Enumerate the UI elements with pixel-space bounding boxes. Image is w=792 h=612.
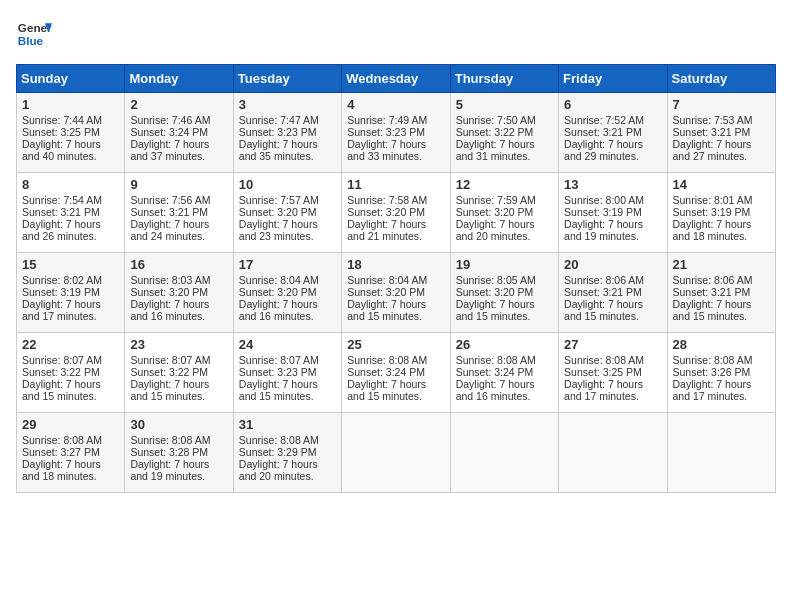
sunrise: Sunrise: 8:07 AM [239,354,319,366]
day-number: 22 [22,337,119,352]
day-number: 28 [673,337,770,352]
sunset: Sunset: 3:22 PM [130,366,208,378]
sunset: Sunset: 3:23 PM [239,366,317,378]
sunset: Sunset: 3:21 PM [564,126,642,138]
sunset: Sunset: 3:19 PM [564,206,642,218]
sunset: Sunset: 3:21 PM [130,206,208,218]
sunset: Sunset: 3:20 PM [239,286,317,298]
daylight: Daylight: 7 hours and 26 minutes. [22,218,101,242]
calendar-cell: 31Sunrise: 8:08 AMSunset: 3:29 PMDayligh… [233,413,341,493]
header: General Blue [16,16,776,52]
calendar-cell: 11Sunrise: 7:58 AMSunset: 3:20 PMDayligh… [342,173,450,253]
day-number: 10 [239,177,336,192]
sunset: Sunset: 3:28 PM [130,446,208,458]
sunset: Sunset: 3:19 PM [673,206,751,218]
daylight: Daylight: 7 hours and 33 minutes. [347,138,426,162]
calendar-cell: 7Sunrise: 7:53 AMSunset: 3:21 PMDaylight… [667,93,775,173]
calendar-cell: 30Sunrise: 8:08 AMSunset: 3:28 PMDayligh… [125,413,233,493]
calendar-cell: 9Sunrise: 7:56 AMSunset: 3:21 PMDaylight… [125,173,233,253]
day-number: 8 [22,177,119,192]
week-row-4: 22Sunrise: 8:07 AMSunset: 3:22 PMDayligh… [17,333,776,413]
calendar-cell: 15Sunrise: 8:02 AMSunset: 3:19 PMDayligh… [17,253,125,333]
day-number: 9 [130,177,227,192]
calendar-cell: 16Sunrise: 8:03 AMSunset: 3:20 PMDayligh… [125,253,233,333]
sunset: Sunset: 3:24 PM [130,126,208,138]
daylight: Daylight: 7 hours and 24 minutes. [130,218,209,242]
calendar-cell: 20Sunrise: 8:06 AMSunset: 3:21 PMDayligh… [559,253,667,333]
sunrise: Sunrise: 7:58 AM [347,194,427,206]
daylight: Daylight: 7 hours and 21 minutes. [347,218,426,242]
logo: General Blue [16,16,52,52]
sunrise: Sunrise: 7:52 AM [564,114,644,126]
day-number: 23 [130,337,227,352]
sunset: Sunset: 3:20 PM [456,206,534,218]
day-number: 11 [347,177,444,192]
calendar-cell [342,413,450,493]
sunset: Sunset: 3:20 PM [456,286,534,298]
sunrise: Sunrise: 7:56 AM [130,194,210,206]
sunrise: Sunrise: 7:47 AM [239,114,319,126]
daylight: Daylight: 7 hours and 27 minutes. [673,138,752,162]
week-row-5: 29Sunrise: 8:08 AMSunset: 3:27 PMDayligh… [17,413,776,493]
calendar-cell: 29Sunrise: 8:08 AMSunset: 3:27 PMDayligh… [17,413,125,493]
calendar-cell: 3Sunrise: 7:47 AMSunset: 3:23 PMDaylight… [233,93,341,173]
day-number: 30 [130,417,227,432]
col-header-thursday: Thursday [450,65,558,93]
sunrise: Sunrise: 8:08 AM [130,434,210,446]
sunrise: Sunrise: 7:54 AM [22,194,102,206]
sunrise: Sunrise: 8:03 AM [130,274,210,286]
calendar-cell [559,413,667,493]
sunset: Sunset: 3:22 PM [456,126,534,138]
day-number: 19 [456,257,553,272]
day-number: 2 [130,97,227,112]
sunrise: Sunrise: 8:08 AM [456,354,536,366]
sunrise: Sunrise: 7:59 AM [456,194,536,206]
sunrise: Sunrise: 8:06 AM [564,274,644,286]
calendar-cell: 14Sunrise: 8:01 AMSunset: 3:19 PMDayligh… [667,173,775,253]
day-number: 5 [456,97,553,112]
sunrise: Sunrise: 8:08 AM [22,434,102,446]
daylight: Daylight: 7 hours and 37 minutes. [130,138,209,162]
sunset: Sunset: 3:24 PM [347,366,425,378]
day-number: 1 [22,97,119,112]
day-number: 7 [673,97,770,112]
daylight: Daylight: 7 hours and 31 minutes. [456,138,535,162]
sunset: Sunset: 3:25 PM [564,366,642,378]
calendar-cell: 2Sunrise: 7:46 AMSunset: 3:24 PMDaylight… [125,93,233,173]
calendar-cell: 4Sunrise: 7:49 AMSunset: 3:23 PMDaylight… [342,93,450,173]
sunset: Sunset: 3:29 PM [239,446,317,458]
calendar-body: 1Sunrise: 7:44 AMSunset: 3:25 PMDaylight… [17,93,776,493]
week-row-1: 1Sunrise: 7:44 AMSunset: 3:25 PMDaylight… [17,93,776,173]
daylight: Daylight: 7 hours and 15 minutes. [564,298,643,322]
sunrise: Sunrise: 8:02 AM [22,274,102,286]
sunrise: Sunrise: 7:50 AM [456,114,536,126]
sunset: Sunset: 3:26 PM [673,366,751,378]
calendar-cell: 8Sunrise: 7:54 AMSunset: 3:21 PMDaylight… [17,173,125,253]
sunrise: Sunrise: 8:08 AM [347,354,427,366]
daylight: Daylight: 7 hours and 20 minutes. [456,218,535,242]
daylight: Daylight: 7 hours and 19 minutes. [130,458,209,482]
sunset: Sunset: 3:20 PM [347,206,425,218]
day-number: 20 [564,257,661,272]
daylight: Daylight: 7 hours and 15 minutes. [347,378,426,402]
calendar-header-row: SundayMondayTuesdayWednesdayThursdayFrid… [17,65,776,93]
calendar-table: SundayMondayTuesdayWednesdayThursdayFrid… [16,64,776,493]
sunrise: Sunrise: 8:08 AM [239,434,319,446]
day-number: 14 [673,177,770,192]
sunset: Sunset: 3:20 PM [347,286,425,298]
sunset: Sunset: 3:19 PM [22,286,100,298]
daylight: Daylight: 7 hours and 40 minutes. [22,138,101,162]
sunset: Sunset: 3:27 PM [22,446,100,458]
day-number: 18 [347,257,444,272]
sunset: Sunset: 3:22 PM [22,366,100,378]
col-header-sunday: Sunday [17,65,125,93]
calendar-cell: 10Sunrise: 7:57 AMSunset: 3:20 PMDayligh… [233,173,341,253]
sunset: Sunset: 3:23 PM [347,126,425,138]
sunrise: Sunrise: 8:05 AM [456,274,536,286]
daylight: Daylight: 7 hours and 16 minutes. [239,298,318,322]
daylight: Daylight: 7 hours and 18 minutes. [673,218,752,242]
day-number: 24 [239,337,336,352]
day-number: 3 [239,97,336,112]
calendar-cell: 25Sunrise: 8:08 AMSunset: 3:24 PMDayligh… [342,333,450,413]
sunrise: Sunrise: 8:00 AM [564,194,644,206]
